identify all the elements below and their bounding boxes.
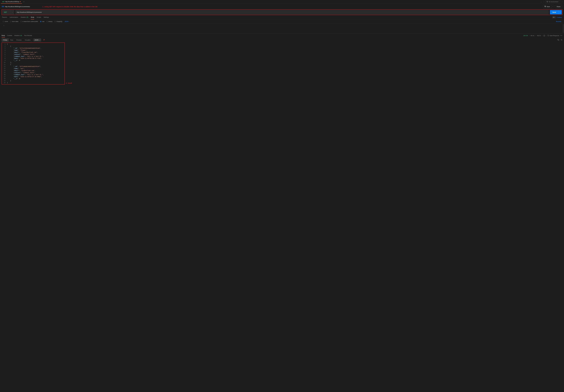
tab-body[interactable]: Body: [31, 16, 34, 19]
code-content: "date": "2024-11-03T16:37:10.998Z",: [7, 76, 42, 78]
svg-line-7: [562, 40, 562, 41]
code-line: 16 "comment_text": "this is a test 01.",: [2, 74, 65, 76]
radio-form-data[interactable]: form-data: [10, 21, 18, 22]
tab-authorization[interactable]: Authorization: [10, 16, 18, 19]
method-selector[interactable]: GET ⌄: [2, 10, 14, 14]
radio-xwww[interactable]: x-www-form-urlencoded: [20, 21, 38, 22]
request-title[interactable]: http://localhost:8000/api/v1/comments/: [5, 6, 30, 7]
request-tab[interactable]: GET http://localhost:8000/ap: [1, 0, 22, 4]
url-input[interactable]: http://localhost:8000/api/v1/comments/: [15, 10, 549, 14]
response-size: 632 B: [537, 35, 540, 36]
tab-scripts[interactable]: Scripts: [37, 16, 41, 19]
network-icon[interactable]: [543, 35, 545, 37]
code-line: 10 },: [2, 61, 65, 64]
response-headers-count: (8): [20, 35, 22, 36]
save-icon: [545, 6, 546, 7]
code-content: ]: [7, 82, 8, 84]
save-dropdown-button[interactable]: ⌄: [551, 5, 554, 8]
code-line: 20]: [2, 82, 65, 84]
save-response-label: Save Response: [550, 35, 559, 36]
add-tab-button[interactable]: +: [22, 1, 26, 3]
code-content: "subject": "comment_test1",: [7, 72, 36, 74]
code-line: 5 "email": "flower@outlook.com",: [2, 51, 65, 53]
editor-content[interactable]: [6, 24, 564, 33]
response-tab-test-results[interactable]: Test Results: [24, 35, 32, 37]
environment-selector[interactable]: No environment ⌄: [545, 0, 561, 3]
send-dropdown-button[interactable]: ⌄: [558, 10, 562, 14]
tab-headers[interactable]: Headers (6): [21, 16, 28, 19]
code-content: "email": "flower@outlook.com",: [7, 51, 38, 53]
dot-icon: •: [542, 35, 542, 36]
line-number: 12: [2, 66, 7, 68]
response-tab-cookies[interactable]: Cookies: [7, 35, 12, 37]
wrap-lines-button[interactable]: [42, 38, 46, 42]
radio-graphql[interactable]: GraphQL: [55, 21, 62, 22]
response-tab-body[interactable]: Body: [1, 35, 5, 37]
line-number: 19: [2, 80, 7, 82]
raw-format-selector[interactable]: JSON ⌄: [65, 21, 70, 22]
line-number: 2: [2, 45, 7, 47]
send-button[interactable]: Send ⌄: [550, 10, 562, 14]
code-content: {: [7, 45, 11, 47]
method-label: GET: [2, 11, 10, 13]
radio-binary[interactable]: binary: [46, 21, 53, 22]
response-body[interactable]: 1[2 {3 "_id": "6727a703b348d55dd2970149"…: [2, 43, 65, 84]
copy-response-button[interactable]: [557, 39, 559, 41]
save-response-button[interactable]: Save Response: [548, 35, 559, 37]
dot-icon: •: [529, 35, 529, 36]
code-content: [: [7, 43, 8, 45]
code-line: 14 "email": "xxx@outlook.com",: [2, 70, 65, 72]
line-number: 5: [2, 51, 7, 53]
tabs-overflow-button[interactable]: ⌄: [540, 1, 542, 3]
code-line: 13 "name": "wei",: [2, 68, 65, 70]
search-response-button[interactable]: [561, 39, 563, 41]
svg-rect-5: [558, 40, 559, 41]
code-content: "name": "wei",: [7, 68, 25, 70]
cookies-link[interactable]: Cookies: [557, 16, 562, 18]
line-number: 18: [2, 78, 7, 80]
radio-raw[interactable]: raw: [40, 21, 44, 22]
view-tab-raw[interactable]: Raw: [9, 39, 15, 42]
headers-count: (6): [27, 16, 28, 18]
view-tab-pretty[interactable]: Pretty: [2, 39, 9, 42]
tab-settings[interactable]: Settings: [44, 16, 49, 19]
line-number: 6: [2, 53, 7, 55]
line-number: 9: [2, 59, 7, 61]
code-line: 9 "__v": 0: [2, 59, 65, 61]
view-mode-tabs: Pretty Raw Preview Visualize: [1, 38, 32, 42]
line-number: 1: [2, 43, 7, 45]
save-button[interactable]: Save: [543, 5, 551, 8]
code-line: 7 "comment_text": "this is a test 02.",: [2, 55, 65, 57]
view-tab-preview[interactable]: Preview: [15, 39, 23, 42]
tab-params[interactable]: Params: [2, 16, 7, 19]
tab-bar: GET http://localhost:8000/ap + ⌄ No envi…: [0, 0, 564, 4]
code-content: "_id": "6727a6b6b348d55dd2970147",: [7, 66, 41, 68]
response-tab-headers[interactable]: Headers (8): [14, 35, 22, 37]
svg-line-1: [547, 1, 548, 2]
line-number: 4: [2, 49, 7, 51]
more-options-button[interactable]: •••: [560, 35, 563, 36]
beautify-button[interactable]: Beautify: [556, 21, 561, 22]
line-number: 3: [2, 47, 7, 49]
code-content: "comment_text": "this is a test 01.",: [7, 74, 44, 76]
svg-point-6: [561, 39, 562, 40]
response-header: Body Cookies Headers (8) Test Results 20…: [0, 34, 564, 37]
share-button[interactable]: Share: [555, 5, 562, 8]
radio-graphql-label: GraphQL: [56, 21, 62, 22]
request-body-editor[interactable]: 1: [0, 24, 564, 34]
radio-none[interactable]: none: [3, 21, 8, 22]
view-tab-visualize[interactable]: Visualize: [23, 39, 32, 42]
raw-format-label: JSON: [65, 21, 69, 22]
line-number: 15: [2, 72, 7, 74]
chevron-down-icon: ⌄: [39, 39, 40, 41]
request-tabs: Params Authorization Headers (6) Body Sc…: [0, 15, 564, 19]
dot-icon: •: [536, 35, 536, 36]
code-content: "__v": 0: [7, 59, 20, 61]
code-line: 1[: [2, 43, 65, 45]
annotation-box-2: 1[2 {3 "_id": "6727a703b348d55dd2970149"…: [1, 42, 65, 84]
unsaved-dot-icon: [20, 1, 21, 2]
response-format-selector[interactable]: JSON ⌄: [33, 39, 41, 42]
line-number: 16: [2, 74, 7, 76]
no-environment-icon: [547, 1, 548, 3]
scrollbar[interactable]: [563, 24, 564, 33]
